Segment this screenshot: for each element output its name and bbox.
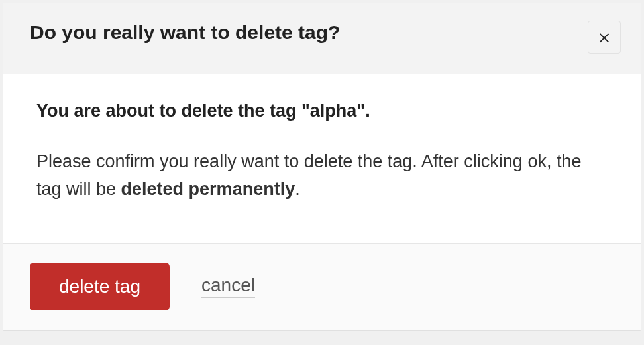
modal-body-strong: You are about to delete the tag "alpha". bbox=[36, 101, 608, 121]
confirm-delete-modal: Do you really want to delete tag? You ar… bbox=[3, 3, 641, 331]
modal-header: Do you really want to delete tag? bbox=[3, 3, 641, 74]
body-text-emph: deleted permanently bbox=[121, 179, 295, 199]
close-button[interactable] bbox=[588, 21, 621, 54]
delete-tag-button[interactable]: delete tag bbox=[30, 263, 170, 310]
modal-title: Do you really want to delete tag? bbox=[30, 21, 340, 44]
cancel-button[interactable]: cancel bbox=[201, 275, 255, 298]
body-text-prefix: Please confirm you really want to delete… bbox=[36, 151, 581, 199]
modal-body-text: Please confirm you really want to delete… bbox=[36, 148, 608, 204]
modal-footer: delete tag cancel bbox=[3, 243, 641, 330]
close-icon bbox=[597, 30, 612, 44]
body-text-suffix: . bbox=[295, 179, 300, 199]
modal-body: You are about to delete the tag "alpha".… bbox=[3, 74, 641, 243]
